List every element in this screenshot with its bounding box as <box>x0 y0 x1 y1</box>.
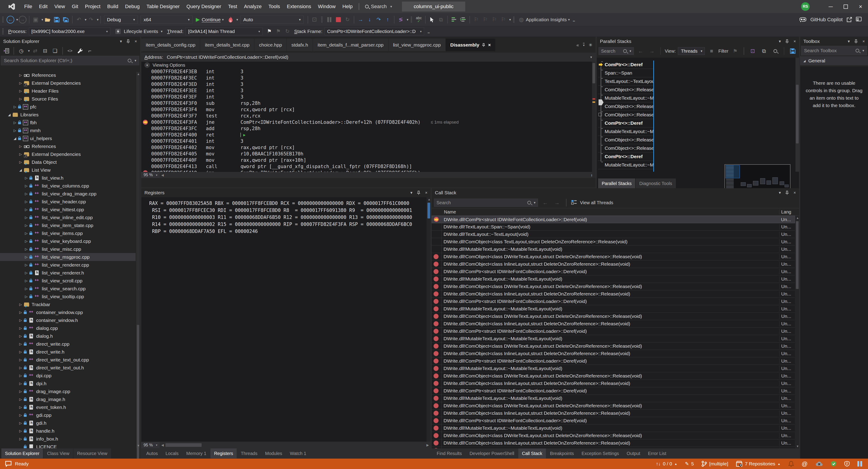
expander-icon[interactable]: ▷ <box>23 287 29 291</box>
expander-icon[interactable]: ▷ <box>23 184 29 188</box>
pause-updates-icon[interactable] <box>857 461 862 467</box>
toolbar-grip[interactable] <box>2 29 4 34</box>
view-all-threads-label[interactable]: View all Threads <box>580 200 613 205</box>
filter-icon[interactable]: ≡ <box>707 46 716 56</box>
disassembly-line[interactable]: 00007FFD82E4F3F0 sub rsp,28h <box>141 100 596 106</box>
tree-item[interactable]: ▷ gdi.cpp <box>0 411 135 419</box>
call-stack-row[interactable]: DWrite.dll!MutableTextLayout::~MutableTe… <box>432 395 795 402</box>
maximize-button[interactable] <box>838 0 853 13</box>
tree-item[interactable]: ▷ External Dependencies <box>0 150 135 158</box>
tree-item[interactable]: LICENCE <box>0 443 135 448</box>
flag-placeholder-icon[interactable] <box>598 113 602 116</box>
breakpoint-icon[interactable] <box>434 381 438 386</box>
application-insights-label[interactable]: Application Insights <box>526 17 567 22</box>
disassembly-line[interactable]: 00007FFD82E4F3F7 test rcx,rcx <box>141 113 596 119</box>
breakpoint-gutter[interactable] <box>432 231 442 238</box>
tree-item[interactable]: ▷ fbh <box>0 119 135 127</box>
breakpoint-icon[interactable] <box>434 433 438 438</box>
tree-item[interactable]: ▷ container_window.cpp <box>0 308 135 316</box>
column-lang[interactable]: Lang <box>779 209 799 214</box>
stack-frame-row[interactable]: MutableTextLayout::~MutableTextLayout <box>598 161 653 169</box>
zoom-dropdown[interactable]: 95 %▾ <box>141 442 160 448</box>
call-stack-row[interactable]: DWrite.dll!TextLayout::Span::~Span(void)… <box>432 223 795 231</box>
menu-item[interactable]: Project <box>82 0 104 13</box>
view-code-icon[interactable]: <> <box>66 46 74 55</box>
panel-tab[interactable]: Breakpoints <box>546 448 578 458</box>
breakpoint-icon[interactable] <box>434 359 438 364</box>
panel-tab[interactable]: Resource View <box>73 448 111 458</box>
expander-icon[interactable]: ▷ <box>18 318 24 323</box>
properties-wrench-icon[interactable] <box>75 46 85 55</box>
filter-label[interactable]: Filter <box>718 48 728 54</box>
lifecycle-events-label[interactable]: Lifecycle Events <box>124 29 158 34</box>
stack-frame-row[interactable]: ComObject<>::Release <box>598 86 653 94</box>
chevron-down-icon[interactable]: ▾ <box>237 18 238 22</box>
chevron-down-icon[interactable]: ▾ <box>85 18 87 22</box>
expander-icon[interactable]: ▷ <box>18 97 24 101</box>
panel-tab[interactable]: Threads <box>237 448 261 458</box>
close-icon[interactable]: × <box>488 42 491 48</box>
breakpoint-gutter[interactable] <box>432 365 442 372</box>
breakpoint-gutter[interactable] <box>432 439 442 447</box>
menu-item[interactable]: Extensions <box>283 0 315 13</box>
process-dropdown[interactable]: [0x999C] foobar2000.exe <box>29 28 110 35</box>
call-stack-row[interactable]: DWrite.dll!ComObject<class InlineLayout,… <box>432 439 795 447</box>
breakpoint-gutter[interactable] <box>141 132 151 138</box>
thread-dropdown[interactable]: [0x9A14] Main Thread <box>186 28 262 35</box>
breakpoint-gutter[interactable] <box>432 380 442 387</box>
call-stack-row[interactable]: DWrite.dll!ComObject<class InlineLayout,… <box>432 380 795 387</box>
breakpoint-gutter[interactable] <box>432 425 442 432</box>
tree-item[interactable]: ▷ References <box>0 142 135 150</box>
previous-bookmark-button[interactable]: ⚐ <box>481 15 490 24</box>
toolbar-overflow-icon[interactable]: ‗ <box>428 29 430 33</box>
call-stack-row[interactable]: DWrite.dll!ComObject<class InlineLayout,… <box>432 261 795 268</box>
expander-icon[interactable]: ▷ <box>18 342 24 346</box>
switch-views-icon[interactable] <box>2 46 11 55</box>
stack-frame-row[interactable]: ComPtr<>::Deref <box>598 153 653 161</box>
expander-icon[interactable]: ▷ <box>23 255 29 259</box>
scroll-left-icon[interactable]: ◀ <box>160 443 165 447</box>
call-stack-row[interactable]: DWrite.dll!ComPtr<struct IDWriteFontColl… <box>432 298 795 305</box>
call-stack-row[interactable]: DWrite.dll!ComObject<class DWriteTextLay… <box>432 253 795 261</box>
stop-debugging-button[interactable] <box>334 15 343 24</box>
expander-icon[interactable]: ▷ <box>18 358 24 362</box>
window-position-icon[interactable]: ▾ <box>779 39 781 44</box>
panel-tab[interactable]: Exception Settings <box>578 448 623 458</box>
call-stack-row[interactable]: DWrite.dll!MutableTextLayout::~MutableTe… <box>432 365 795 372</box>
view-mode-dropdown[interactable]: Threads <box>678 47 705 55</box>
breakpoint-gutter[interactable] <box>432 238 442 245</box>
breakpoint-gutter[interactable] <box>432 387 442 395</box>
document-tab[interactable]: item_details_f...mat_parser.cpp <box>313 39 388 51</box>
breakpoint-gutter[interactable] <box>432 283 442 290</box>
pin-icon[interactable] <box>854 39 858 43</box>
pending-edits-indicator[interactable]: ✎ 5 <box>685 461 694 467</box>
breakpoint-gutter[interactable] <box>432 223 442 231</box>
close-icon[interactable]: × <box>425 191 428 195</box>
stack-frame-row[interactable]: MutableTextLayout::~MutableTextLayout <box>598 127 653 136</box>
breakpoint-icon[interactable] <box>434 321 438 326</box>
call-stack-row[interactable]: DWrite.dll!ComObject<class DWriteTextLay… <box>432 342 795 350</box>
copy-parallel-button[interactable]: ⧉ <box>436 15 445 24</box>
panel-tab[interactable]: Developer PowerShell <box>466 448 518 458</box>
toolbar-grip[interactable] <box>411 17 412 23</box>
solution-search-input[interactable]: Search Solution Explorer (Ctrl+;) ▾ <box>1 56 139 65</box>
breakpoint-gutter[interactable] <box>432 447 442 449</box>
avatar[interactable]: RS <box>801 2 810 11</box>
disassembly-line[interactable]: 00007FFD82E4F400 ret ▶ <box>141 132 596 138</box>
expander-icon[interactable]: ▷ <box>18 390 24 394</box>
menu-item[interactable]: Tools <box>265 0 283 13</box>
expander-icon[interactable]: ◢ <box>12 136 18 140</box>
pin-icon[interactable] <box>785 191 789 195</box>
expander-icon[interactable]: ▷ <box>18 381 24 386</box>
expander-icon[interactable]: ▷ <box>23 295 29 299</box>
tree-item[interactable]: ▷ dialog.cpp <box>0 324 135 332</box>
collapse-all-icon[interactable]: ⊟ <box>41 46 50 55</box>
expander-icon[interactable]: ▷ <box>18 152 24 156</box>
panel-tab[interactable]: Modules <box>261 448 286 458</box>
navigate-back-button[interactable]: ← <box>6 15 15 24</box>
breakpoint-gutter[interactable] <box>141 138 151 144</box>
search-forward-icon[interactable]: → <box>647 46 656 56</box>
pin-icon[interactable] <box>126 39 130 43</box>
interleave-source-icon[interactable]: ≶ <box>396 15 405 24</box>
tree-item[interactable]: ▷ list_view_tooltip.cpp <box>0 293 135 300</box>
